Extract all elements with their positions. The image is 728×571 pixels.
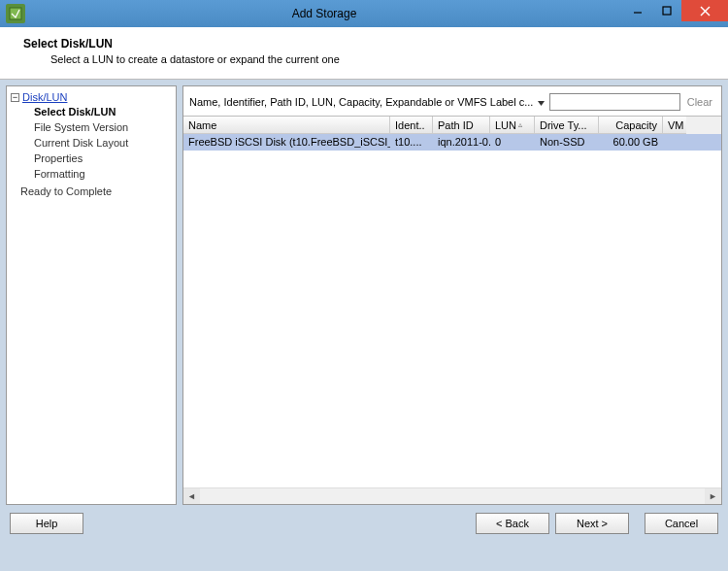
close-button[interactable] [681, 0, 728, 21]
filter-dropdown-icon[interactable] [537, 98, 546, 107]
scroll-right-icon[interactable]: ► [705, 488, 721, 505]
back-button[interactable]: < Back [476, 513, 549, 534]
titlebar[interactable]: Add Storage [0, 0, 728, 27]
filter-input[interactable] [549, 93, 679, 111]
col-capacity[interactable]: Capacity [599, 117, 663, 134]
cell-name: FreeBSD iSCSI Disk (t10.FreeBSD_iSCSI_..… [183, 134, 390, 151]
scroll-left-icon[interactable]: ◄ [183, 488, 200, 505]
col-drive-type[interactable]: Drive Ty... [535, 117, 599, 134]
nav-file-system-version[interactable]: File System Version [34, 119, 172, 135]
horizontal-scrollbar[interactable]: ◄ ► [183, 487, 721, 504]
cell-vm [663, 134, 686, 151]
nav-ready-to-complete[interactable]: Ready to Complete [20, 185, 172, 197]
nav-formatting[interactable]: Formatting [34, 166, 172, 182]
cell-capacity: 60.00 GB [599, 134, 663, 151]
next-button[interactable]: Next > [555, 513, 629, 534]
sort-asc-icon: ▵ [518, 120, 522, 129]
filter-clear[interactable]: Clear [684, 96, 715, 108]
nav-disk-lun[interactable]: Disk/LUN [22, 91, 67, 103]
minimize-button[interactable] [623, 0, 652, 21]
content-pane: Name, Identifier, Path ID, LUN, Capacity… [182, 85, 722, 505]
page-title: Select Disk/LUN [23, 37, 711, 50]
app-icon [6, 4, 25, 23]
col-vm[interactable]: VM [663, 117, 686, 134]
wizard-footer: Help < Back Next > Cancel [0, 505, 728, 542]
cell-identifier: t10.... [390, 134, 433, 151]
filter-bar: Name, Identifier, Path ID, LUN, Capacity… [183, 86, 721, 116]
col-name[interactable]: Name [183, 117, 390, 134]
svg-rect-2 [663, 7, 671, 15]
filter-label: Name, Identifier, Path ID, LUN, Capacity… [189, 96, 533, 108]
tree-collapse-icon[interactable]: − [11, 93, 19, 102]
nav-select-disk-lun[interactable]: Select Disk/LUN [34, 104, 172, 119]
scroll-track[interactable] [200, 488, 705, 504]
table-row[interactable]: FreeBSD iSCSI Disk (t10.FreeBSD_iSCSI_..… [183, 134, 721, 151]
cell-path-id: iqn.2011-0... [433, 134, 490, 151]
maximize-button[interactable] [652, 0, 681, 21]
nav-current-disk-layout[interactable]: Current Disk Layout [34, 135, 172, 151]
table-header: Name Ident.. Path ID LUN▵ Drive Ty... Ca… [183, 117, 721, 134]
col-identifier[interactable]: Ident.. [390, 117, 433, 134]
table-empty-area [183, 151, 721, 487]
col-path-id[interactable]: Path ID [433, 117, 490, 134]
wizard-nav: − Disk/LUN Select Disk/LUN File System V… [6, 85, 177, 505]
cancel-button[interactable]: Cancel [645, 513, 718, 534]
wizard-header: Select Disk/LUN Select a LUN to create a… [0, 27, 728, 80]
col-lun[interactable]: LUN▵ [490, 117, 535, 134]
page-subtitle: Select a LUN to create a datastore or ex… [50, 53, 711, 65]
nav-properties[interactable]: Properties [34, 151, 172, 166]
cell-drive-type: Non-SSD [535, 134, 599, 151]
cell-lun: 0 [490, 134, 535, 151]
window-title: Add Storage [25, 7, 623, 20]
lun-table: Name Ident.. Path ID LUN▵ Drive Ty... Ca… [183, 116, 721, 151]
help-button[interactable]: Help [10, 513, 83, 534]
